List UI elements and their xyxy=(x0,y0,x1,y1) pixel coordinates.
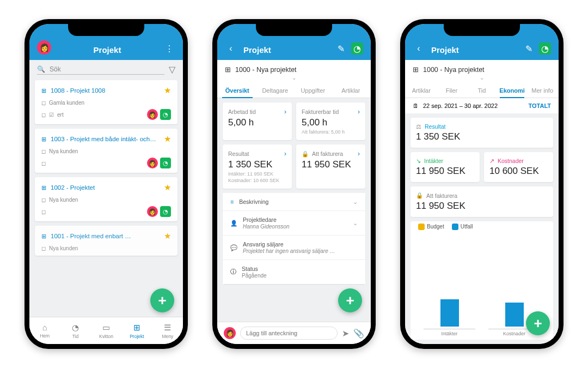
attach-icon[interactable]: 📎 xyxy=(353,328,364,339)
tab-tasks[interactable]: Uppgifter xyxy=(294,83,332,98)
star-icon[interactable]: ★ xyxy=(164,183,171,192)
doc-icon: ◻ xyxy=(41,160,46,166)
assignee-avatar-icon[interactable]: 👩 xyxy=(147,158,158,168)
tab-articles[interactable]: Artiklar xyxy=(332,83,370,98)
project-card[interactable]: ⊞ 1003 - Projekt med både intäkt- och… ★… xyxy=(35,129,177,173)
customer-name: Nya kunden xyxy=(49,197,78,203)
tile-income[interactable]: ↘Intäkter 11 950 SEK xyxy=(411,152,480,182)
tab-files[interactable]: Filer xyxy=(437,83,467,98)
timer-header-icon[interactable]: ◔ xyxy=(351,43,363,55)
tab-menu[interactable]: ☰Meny xyxy=(152,317,183,344)
notch xyxy=(68,24,144,36)
avatar[interactable]: 👩 xyxy=(37,40,51,55)
tab-more[interactable]: Mer info xyxy=(527,83,558,98)
star-icon[interactable]: ★ xyxy=(164,86,171,95)
tile-label: Att fakturera xyxy=(312,150,343,157)
tab-home[interactable]: ⌂Hem xyxy=(29,317,60,344)
tile-billable-time[interactable]: Fakturerbar tid› 5,00 h Att fakturera: 5… xyxy=(296,102,365,140)
tile-costs[interactable]: ↗Kostnader 10 600 SEK xyxy=(484,152,553,182)
timer-header-icon[interactable]: ◔ xyxy=(539,43,551,55)
tab-projects[interactable]: ⊞Projekt xyxy=(121,317,152,344)
assignee-avatar-icon[interactable]: 👩 xyxy=(147,206,158,217)
timer-chip-icon[interactable]: ◔ xyxy=(160,206,171,217)
tab-time[interactable]: ◔Tid xyxy=(60,317,90,344)
tile-result[interactable]: ⚖Resultat 1 350 SEK xyxy=(411,118,553,148)
chevron-down-icon[interactable]: ⌄ xyxy=(413,75,551,81)
project-card[interactable]: ⊞ 1008 - Projekt 1008 ★ ◻Gamla kunden ◻☑… xyxy=(35,80,177,124)
person-icon: ◻ xyxy=(41,100,46,106)
search-bar: 🔍 Sök ▽ xyxy=(29,60,183,78)
row-manager[interactable]: 👤ProjektledareHanna Gideonsson⌄ xyxy=(223,211,365,236)
arrow-in-icon: ↘ xyxy=(416,158,421,164)
assignee-avatar-icon[interactable]: 👩 xyxy=(147,109,158,120)
timer-chip-icon[interactable]: ◔ xyxy=(160,158,171,168)
add-fab-button[interactable]: + xyxy=(526,311,550,335)
tab-time[interactable]: Tid xyxy=(467,83,497,98)
edit-icon[interactable]: ✎ xyxy=(523,43,535,55)
manager-name: Hanna Gideonsson xyxy=(243,224,290,230)
tab-overview[interactable]: Översikt xyxy=(218,83,256,98)
project-title: 1002 - Projektet xyxy=(51,184,160,191)
tile-label: Resultat xyxy=(228,150,249,157)
header-title: Projekt xyxy=(56,45,159,55)
kebab-menu-icon[interactable]: ⋮ xyxy=(163,43,175,55)
timer-chip-icon[interactable]: ◔ xyxy=(160,109,171,120)
tile-label: Intäkter xyxy=(424,158,443,164)
row-status[interactable]: ⓘStatusPågående xyxy=(223,260,365,284)
phone-3: ‹ Projekt ✎ ◔ ⊞1000 - Nya projektet ⌄ Ar… xyxy=(400,19,564,349)
person-icon: ◻ xyxy=(41,245,46,251)
date-range-row[interactable]: 🗓 22 sep. 2021 – 30 apr. 2022 TOTALT xyxy=(405,98,559,113)
search-icon: 🔍 xyxy=(37,65,45,73)
add-fab-button[interactable]: + xyxy=(338,288,362,312)
back-icon[interactable]: ‹ xyxy=(225,43,237,55)
note-input[interactable] xyxy=(240,327,338,340)
tile-result[interactable]: Resultat› 1 350 SEK Intäkter: 11 950 SEK… xyxy=(223,144,292,189)
add-fab-button[interactable]: + xyxy=(150,288,174,312)
lock-icon: 🔒 xyxy=(416,192,423,199)
customer-name: Gamla kunden xyxy=(49,100,84,106)
filter-icon[interactable]: ▽ xyxy=(169,64,175,75)
tile-worked-time[interactable]: Arbetad tid› 5,00 h xyxy=(223,102,292,140)
back-icon[interactable]: ‹ xyxy=(413,43,425,55)
project-tabs: Artiklar Filer Tid Ekonomi Mer info xyxy=(405,83,559,98)
tile-value: 10 600 SEK xyxy=(489,166,548,177)
search-input[interactable]: 🔍 Sök xyxy=(37,64,164,75)
arrow-out-icon: ↗ xyxy=(489,158,494,164)
project-header[interactable]: ⊞1000 - Nya projektet ⌄ xyxy=(405,60,559,83)
project-name: 1000 - Nya projektet xyxy=(423,66,485,74)
send-icon[interactable]: ➤ xyxy=(342,328,349,339)
project-name: 1000 - Nya projektet xyxy=(235,66,297,74)
tab-receipts[interactable]: ▭Kvitton xyxy=(91,317,121,344)
chevron-down-icon: ⌄ xyxy=(353,198,358,205)
legend-swatch-utfall xyxy=(452,224,458,230)
phone-screen: ‹ Projekt ✎ ◔ ⊞1000 - Nya projektet ⌄ Ar… xyxy=(405,24,559,344)
star-icon[interactable]: ★ xyxy=(164,134,171,144)
tile-sub: Att fakturera: 5,00 h xyxy=(302,129,360,135)
total-toggle[interactable]: TOTALT xyxy=(528,102,551,109)
card-icon: ▭ xyxy=(102,323,110,333)
tab-economy[interactable]: Ekonomi xyxy=(497,83,528,98)
row-sales[interactable]: 💬Ansvarig säljareProjektet har ingen ans… xyxy=(223,236,365,260)
sales-value: Projektet har ingen ansvarig säljare … xyxy=(243,248,335,254)
tile-sub: Intäkter: 11 950 SEK xyxy=(228,171,286,177)
status-value: Pågående xyxy=(242,273,267,279)
tab-participants[interactable]: Deltagare xyxy=(256,83,295,98)
tile-to-invoice[interactable]: 🔒Att fakturera 11 950 SEK xyxy=(411,186,553,217)
star-icon[interactable]: ★ xyxy=(164,231,171,241)
row-description[interactable]: ≡Beskrivning⌄ xyxy=(223,193,365,211)
search-placeholder: Sök xyxy=(50,65,61,73)
details-accordion: ≡Beskrivning⌄ 👤ProjektledareHanna Gideon… xyxy=(223,193,365,284)
legend-swatch-budget xyxy=(418,224,425,230)
project-card[interactable]: ⊞ 1002 - Projektet ★ ◻Nya kunden ◻ 👩 ◔ xyxy=(35,177,177,221)
project-card[interactable]: ⊞ 1001 - Projekt med enbart … ★ ◻Nya kun… xyxy=(35,226,177,256)
grid-icon: ⊞ xyxy=(41,87,46,94)
grid-icon: ⊞ xyxy=(225,65,231,74)
project-header[interactable]: ⊞1000 - Nya projektet ⌄ xyxy=(217,60,371,83)
menu-icon: ☰ xyxy=(164,323,171,333)
grid-icon: ⊞ xyxy=(41,136,46,143)
tab-articles[interactable]: Artiklar xyxy=(406,83,437,98)
chevron-down-icon[interactable]: ⌄ xyxy=(225,75,363,81)
phone-screen: ‹ Projekt ✎ ◔ ⊞1000 - Nya projektet ⌄ Öv… xyxy=(217,24,371,344)
edit-icon[interactable]: ✎ xyxy=(335,43,347,55)
tile-to-invoice[interactable]: 🔒Att fakturera› 11 950 SEK xyxy=(296,144,365,189)
